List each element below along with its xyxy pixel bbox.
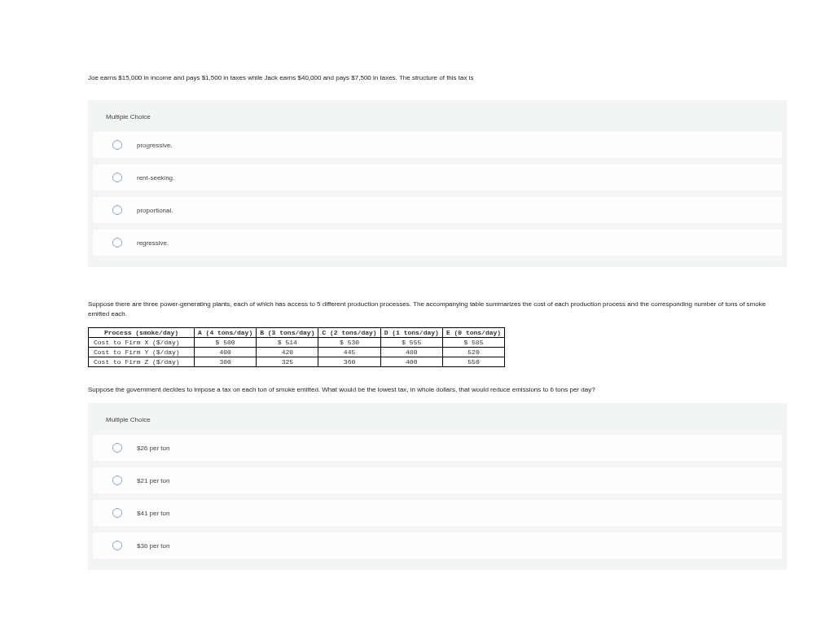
option-label: regressive. (137, 239, 169, 247)
option-label: progressive. (137, 142, 173, 149)
q2-table: Process (smoke/day) A (4 tons/day) B (3 … (88, 327, 505, 367)
cell: $ 514 (257, 338, 318, 348)
q1-mc-block: Multiple Choice progressive. rent-seekin… (88, 100, 787, 267)
option-label: proportional. (137, 207, 173, 214)
radio-icon[interactable] (112, 205, 122, 215)
option-label: $26 per ton (137, 445, 169, 452)
q1-mc-header: Multiple Choice (88, 110, 787, 132)
radio-icon[interactable] (112, 443, 122, 453)
cell: 400 (380, 357, 442, 367)
radio-icon[interactable] (112, 475, 122, 485)
radio-icon[interactable] (112, 238, 122, 248)
radio-icon[interactable] (112, 140, 122, 150)
cell: 360 (318, 357, 380, 367)
cell: 480 (380, 348, 442, 357)
q2-option[interactable]: $26 per ton (93, 435, 782, 461)
q1-option[interactable]: regressive. (93, 230, 782, 256)
option-label: $41 per ton (137, 510, 169, 517)
q1-option[interactable]: proportional. (93, 197, 782, 223)
q2-intro: Suppose there are three power-generating… (88, 300, 787, 319)
radio-icon[interactable] (112, 173, 122, 182)
q2-option[interactable]: $36 per ton (93, 532, 782, 559)
cell: 300 (195, 357, 257, 367)
q1-prompt: Joe earns $15,000 in income and pays $1,… (88, 73, 787, 82)
q2-mc-header: Multiple Choice (88, 413, 787, 435)
option-label: $36 per ton (137, 542, 169, 550)
table-header: E (0 tons/day) (442, 328, 504, 338)
q1-option[interactable]: progressive. (93, 132, 782, 158)
cell: 325 (257, 357, 318, 367)
cell: 550 (442, 357, 504, 367)
row-label: Cost to Firm X ($/day) (89, 338, 195, 348)
cell: $ 585 (442, 338, 504, 348)
radio-icon[interactable] (112, 508, 122, 518)
q1-option[interactable]: rent-seeking. (93, 164, 782, 191)
table-header: Process (smoke/day) (89, 328, 195, 338)
cell: $ 530 (318, 338, 380, 348)
radio-icon[interactable] (112, 541, 122, 550)
table-row: Cost to Firm X ($/day) $ 500 $ 514 $ 530… (89, 338, 505, 348)
cell: 400 (195, 348, 257, 357)
q2-option[interactable]: $21 per ton (93, 467, 782, 493)
table-row: Cost to Firm Y ($/day) 400 420 445 480 5… (89, 348, 505, 357)
option-label: rent-seeking. (137, 174, 174, 182)
q2-option[interactable]: $41 per ton (93, 500, 782, 526)
cell: 445 (318, 348, 380, 357)
table-header: B (3 tons/day) (257, 328, 318, 338)
row-label: Cost to Firm Y ($/day) (89, 348, 195, 357)
cell: 420 (257, 348, 318, 357)
cell: $ 555 (380, 338, 442, 348)
table-header-row: Process (smoke/day) A (4 tons/day) B (3 … (89, 328, 505, 338)
table-header: C (2 tons/day) (318, 328, 380, 338)
q2-followup: Suppose the government decides to impose… (88, 385, 787, 395)
q2-mc-block: Multiple Choice $26 per ton $21 per ton … (88, 403, 787, 570)
cell: 520 (442, 348, 504, 357)
table-header: A (4 tons/day) (195, 328, 257, 338)
table-header: D (1 tons/day) (380, 328, 442, 338)
table-row: Cost to Firm Z ($/day) 300 325 360 400 5… (89, 357, 505, 367)
option-label: $21 per ton (137, 477, 169, 484)
cell: $ 500 (195, 338, 257, 348)
row-label: Cost to Firm Z ($/day) (89, 357, 195, 367)
